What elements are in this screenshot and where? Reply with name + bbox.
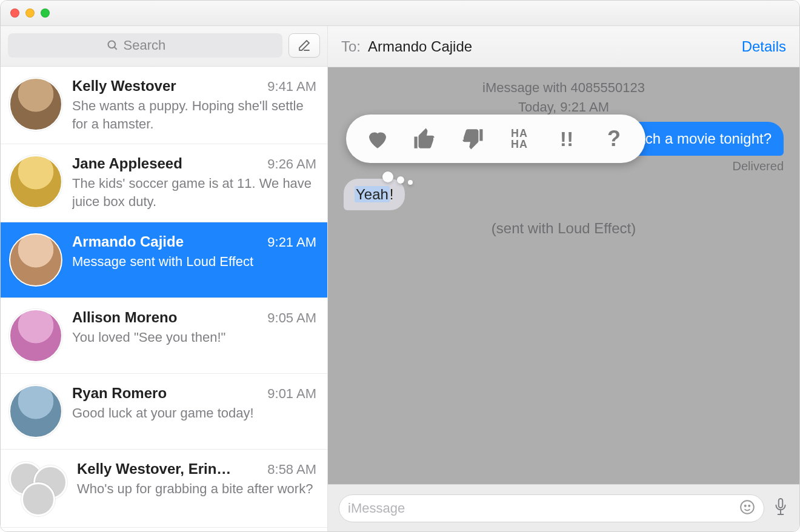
sidebar-toolbar bbox=[1, 26, 327, 67]
conversation-name: Kelly Westover bbox=[72, 78, 176, 95]
delivered-status: Delivered bbox=[733, 159, 784, 173]
compose-icon bbox=[297, 38, 312, 53]
titlebar bbox=[1, 1, 799, 26]
conversation-time: 9:01 AM bbox=[267, 386, 316, 402]
search-input[interactable] bbox=[124, 38, 184, 53]
svg-point-4 bbox=[748, 505, 750, 506]
conversation-header: To: Armando Cajide Details bbox=[328, 26, 799, 67]
conversation-time: 8:58 AM bbox=[267, 462, 316, 477]
conversation-preview: Who's up for grabbing a bite after work? bbox=[77, 480, 316, 498]
conversation-sidebar: Kelly Westover9:41 AMShe wants a puppy. … bbox=[1, 26, 328, 531]
conversation-item[interactable]: Kelly Westover9:41 AMShe wants a puppy. … bbox=[1, 67, 327, 144]
tapback-thumbs-up[interactable] bbox=[412, 125, 438, 152]
message-thread[interactable]: iMessage with 4085550123 Today, 9:21 AM … bbox=[328, 67, 799, 484]
svg-line-1 bbox=[114, 47, 116, 50]
conversation-preview: She wants a puppy. Hoping she'll settle … bbox=[72, 97, 316, 133]
window-controls bbox=[10, 8, 50, 18]
svg-rect-5 bbox=[779, 498, 783, 507]
incoming-message-text-highlight: Yeah bbox=[355, 186, 390, 202]
conversation-time: 9:26 AM bbox=[267, 156, 316, 172]
thumbs-down-icon bbox=[459, 126, 485, 151]
tapback-menu[interactable]: HAHA !! ? bbox=[346, 115, 645, 163]
message-input[interactable] bbox=[348, 500, 739, 516]
search-icon bbox=[107, 39, 119, 52]
conversation-list[interactable]: Kelly Westover9:41 AMShe wants a puppy. … bbox=[1, 67, 327, 531]
composer bbox=[328, 484, 799, 531]
conversation-time: 9:21 AM bbox=[267, 234, 316, 250]
conversation-name: Armando Cajide bbox=[72, 233, 184, 250]
conversation-preview: You loved "See you then!" bbox=[72, 328, 316, 347]
compose-button[interactable] bbox=[288, 33, 320, 58]
emoji-icon bbox=[739, 499, 755, 515]
search-field[interactable] bbox=[8, 33, 282, 58]
conversation-main: To: Armando Cajide Details iMessage with… bbox=[328, 26, 799, 531]
svg-point-0 bbox=[108, 41, 115, 48]
exclaim-icon: !! bbox=[560, 127, 574, 151]
thread-meta-line2: Today, 9:21 AM bbox=[328, 98, 799, 117]
conversation-name: Ryan Romero bbox=[72, 385, 167, 402]
minimize-window-button[interactable] bbox=[25, 8, 35, 18]
conversation-time: 9:41 AM bbox=[267, 79, 316, 95]
emoji-button[interactable] bbox=[739, 499, 755, 517]
zoom-window-button[interactable] bbox=[41, 8, 50, 18]
avatar bbox=[9, 385, 62, 438]
avatar-group bbox=[9, 461, 67, 516]
mic-button[interactable] bbox=[773, 497, 788, 520]
message-field[interactable] bbox=[339, 494, 764, 522]
thumbs-up-icon bbox=[412, 126, 438, 151]
details-button[interactable]: Details bbox=[742, 38, 786, 55]
conversation-preview: The kids' soccer game is at 11. We have … bbox=[72, 175, 316, 210]
question-icon: ? bbox=[607, 126, 621, 151]
conversation-item[interactable]: Jane Appleseed9:26 AMThe kids' soccer ga… bbox=[1, 144, 327, 222]
messages-window: Kelly Westover9:41 AMShe wants a puppy. … bbox=[0, 0, 800, 532]
close-window-button[interactable] bbox=[10, 8, 19, 18]
heart-icon bbox=[365, 126, 390, 151]
haha-icon: HAHA bbox=[511, 128, 528, 150]
avatar bbox=[9, 309, 62, 362]
conversation-preview: Good luck at your game today! bbox=[72, 404, 316, 422]
conversation-preview: Message sent with Loud Effect bbox=[72, 253, 316, 271]
svg-point-2 bbox=[741, 500, 754, 514]
recipient-name[interactable]: Armando Cajide bbox=[368, 38, 742, 55]
tapback-exclaim[interactable]: !! bbox=[553, 125, 580, 152]
conversation-name: Kelly Westover, Erin… bbox=[77, 461, 231, 477]
conversation-item[interactable]: Ryan Romero9:01 AMGood luck at your game… bbox=[1, 374, 327, 450]
thread-meta-line1: iMessage with 4085550123 bbox=[328, 78, 799, 98]
to-label: To: bbox=[341, 38, 361, 55]
tapback-heart[interactable] bbox=[364, 125, 391, 152]
conversation-item[interactable]: Kelly Westover, Erin…8:58 AMWho's up for… bbox=[1, 450, 327, 528]
effect-label: (sent with Loud Effect) bbox=[328, 220, 799, 237]
avatar bbox=[9, 78, 62, 131]
avatar bbox=[9, 233, 62, 287]
conversation-name: Allison Moreno bbox=[72, 309, 177, 326]
tapback-tail bbox=[382, 171, 413, 185]
svg-point-3 bbox=[745, 505, 746, 506]
conversation-item[interactable]: Armando Cajide9:21 AMMessage sent with L… bbox=[1, 222, 327, 298]
tapback-question[interactable]: ? bbox=[601, 125, 627, 152]
conversation-name: Jane Appleseed bbox=[72, 155, 182, 172]
conversation-item[interactable]: Allison Moreno9:05 AMYou loved "See you … bbox=[1, 298, 327, 374]
avatar bbox=[9, 155, 62, 208]
conversation-time: 9:05 AM bbox=[267, 310, 316, 326]
tapback-haha[interactable]: HAHA bbox=[506, 125, 533, 152]
thread-meta: iMessage with 4085550123 Today, 9:21 AM bbox=[328, 78, 799, 117]
incoming-message-text-tail: ! bbox=[390, 186, 394, 202]
tapback-thumbs-down[interactable] bbox=[459, 125, 485, 152]
mic-icon bbox=[773, 497, 788, 517]
avatar bbox=[21, 482, 55, 516]
